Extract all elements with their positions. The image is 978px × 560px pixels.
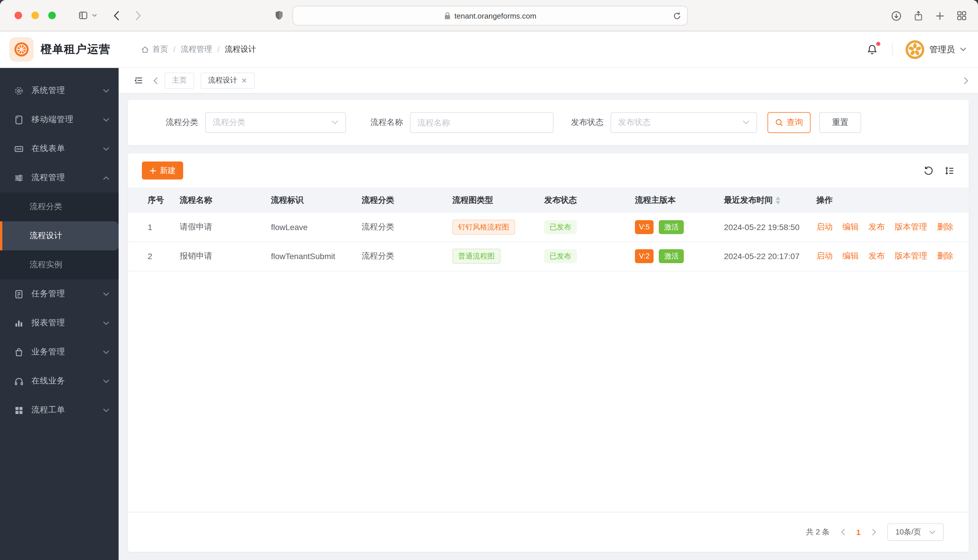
tabs-scroll-left-icon[interactable] (153, 77, 158, 85)
reset-button[interactable]: 重置 (819, 112, 861, 133)
pagination-bar: 共 2 条 1 10条/页 (128, 512, 969, 552)
action-edit-link[interactable]: 编辑 (843, 222, 859, 231)
sidebar-item-online-business[interactable]: 在线业务 (0, 367, 119, 396)
action-version-mgmt-link[interactable]: 版本管理 (894, 251, 927, 260)
next-page-icon[interactable] (872, 528, 876, 536)
cell-key: flowTenantSubmit (251, 242, 342, 271)
sidebar-item-flow-workorder[interactable]: 流程工单 (0, 396, 119, 425)
close-window-button[interactable] (15, 12, 22, 19)
browser-window: tenant.orangeforms.com 橙单租户运营 首页 / 流程管理 … (0, 0, 978, 560)
bell-icon (866, 43, 878, 55)
diagram-type-tag: 钉钉风格流程图 (452, 219, 515, 235)
prev-page-icon[interactable] (841, 528, 846, 536)
cell-category: 流程分类 (342, 242, 433, 271)
downloads-icon[interactable] (891, 10, 902, 21)
col-publish-time[interactable]: 最近发布时间 (704, 188, 797, 213)
user-menu[interactable]: 管理员 (905, 40, 966, 59)
sidebar-item-flow-category[interactable]: 流程分类 (0, 192, 119, 221)
browser-forward-button[interactable] (135, 10, 141, 21)
breadcrumb-home[interactable]: 首页 (141, 44, 168, 55)
col-actions: 操作 (797, 188, 969, 213)
create-button[interactable]: 新建 (142, 162, 183, 180)
filter-status-select[interactable]: 发布状态 (610, 112, 757, 133)
sidebar-item-label: 流程管理 (32, 173, 103, 183)
bar-chart-icon (14, 318, 24, 328)
refresh-icon[interactable] (923, 165, 934, 176)
table-header-row: 序号 流程名称 流程标识 流程分类 流程图类型 发布状态 流程主版本 最近发布时… (128, 188, 969, 213)
action-edit-link[interactable]: 编辑 (843, 251, 859, 260)
headset-icon (14, 376, 24, 386)
tab-overview-icon[interactable] (956, 10, 967, 21)
grid-icon (14, 405, 24, 415)
action-start-link[interactable]: 启动 (816, 222, 833, 231)
filter-category-select[interactable]: 流程分类 (205, 112, 346, 133)
share-icon[interactable] (913, 10, 923, 21)
sidebar-nav: 系统管理 移动端管理 在线表单 流程管理 流程分类 (0, 68, 119, 560)
sidebar-subitem-label: 流程分类 (30, 202, 62, 212)
sidebar-dropdown-button[interactable] (92, 13, 97, 17)
sidebar-item-flow-design[interactable]: 流程设计 (0, 221, 119, 250)
filter-name-input[interactable] (410, 112, 553, 133)
reload-icon[interactable] (673, 11, 682, 20)
page-size-select[interactable]: 10条/页 (887, 523, 944, 541)
avatar (905, 40, 924, 59)
app-header: 橙单租户运营 首页 / 流程管理 / 流程设计 管理员 (0, 32, 978, 68)
select-placeholder: 流程分类 (213, 117, 246, 128)
sidebar-item-mobile-mgmt[interactable]: 移动端管理 (0, 105, 119, 134)
select-placeholder: 发布状态 (618, 117, 650, 128)
sort-icon[interactable] (776, 197, 780, 205)
tasks-icon (14, 289, 24, 299)
url-text: tenant.orangeforms.com (455, 11, 537, 20)
sidebar-item-label: 任务管理 (32, 289, 103, 299)
action-delete-link[interactable]: 删除 (937, 222, 953, 231)
sidebar-item-report-mgmt[interactable]: 报表管理 (0, 308, 119, 338)
notifications-button[interactable] (866, 43, 878, 55)
collapse-menu-icon[interactable] (134, 75, 144, 85)
user-name: 管理员 (930, 44, 955, 55)
maximize-window-button[interactable] (48, 12, 56, 19)
browser-sidebar-toggle-button[interactable] (78, 10, 89, 20)
browser-toolbar: tenant.orangeforms.com (0, 0, 978, 32)
breadcrumb-item-flow-mgmt[interactable]: 流程管理 (181, 44, 212, 55)
sidebar-item-system-mgmt[interactable]: 系统管理 (0, 76, 119, 105)
minimize-window-button[interactable] (32, 12, 39, 19)
main-content: 主页 流程设计 ✕ 流程分类 流程分类 流程名称 发布状态 发布状态 (119, 68, 978, 560)
tabs-scroll-right-icon[interactable] (963, 77, 969, 85)
sliders-icon (14, 173, 24, 183)
sidebar-item-business-mgmt[interactable]: 业务管理 (0, 338, 119, 367)
sidebar-item-label: 报表管理 (32, 318, 103, 328)
sidebar-item-online-forms[interactable]: 在线表单 (0, 134, 119, 163)
col-name: 流程名称 (160, 188, 251, 213)
back-icon (114, 10, 120, 21)
sidebar-item-task-mgmt[interactable]: 任务管理 (0, 279, 119, 308)
header-right: 管理员 (866, 40, 966, 59)
close-icon[interactable]: ✕ (241, 77, 247, 85)
action-publish-link[interactable]: 发布 (869, 251, 885, 260)
new-tab-icon[interactable] (935, 11, 945, 21)
column-settings-icon[interactable] (944, 165, 955, 176)
chevron-down-icon (103, 321, 109, 325)
sidebar-item-flow-mgmt[interactable]: 流程管理 (0, 163, 119, 192)
privacy-shield-icon[interactable] (275, 10, 283, 21)
action-version-mgmt-link[interactable]: 版本管理 (894, 222, 927, 231)
search-button[interactable]: 查询 (767, 112, 811, 133)
window-controls (0, 12, 56, 19)
diagram-type-tag: 普通流程图 (452, 248, 500, 264)
tab-home[interactable]: 主页 (165, 72, 194, 88)
tab-flow-design[interactable]: 流程设计 ✕ (201, 72, 255, 88)
table-tools (923, 165, 955, 176)
gear-icon (14, 86, 24, 95)
sidebar-item-flow-instance[interactable]: 流程实例 (0, 250, 119, 279)
action-publish-link[interactable]: 发布 (869, 222, 885, 231)
table-row: 1 请假申请 flowLeave 流程分类 钉钉风格流程图 已发布 V:5激活 … (128, 213, 969, 242)
action-start-link[interactable]: 启动 (816, 251, 833, 260)
chevron-down-icon (103, 379, 109, 383)
address-bar[interactable]: tenant.orangeforms.com (293, 6, 688, 25)
action-delete-link[interactable]: 删除 (937, 251, 953, 260)
filter-status-label: 发布状态 (571, 117, 604, 128)
breadcrumb-separator: / (173, 45, 176, 54)
browser-back-button[interactable] (114, 10, 120, 21)
cell-name: 请假申请 (160, 213, 251, 242)
page-number[interactable]: 1 (856, 528, 861, 537)
pagination-total: 共 2 条 (806, 527, 830, 537)
